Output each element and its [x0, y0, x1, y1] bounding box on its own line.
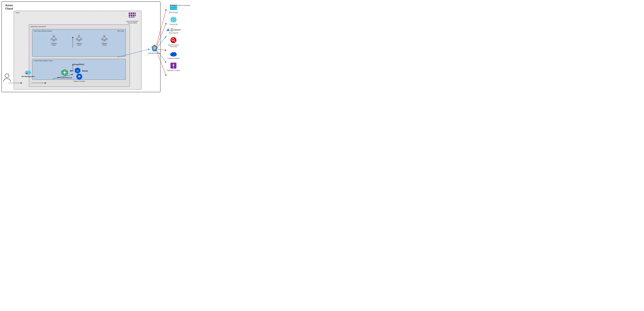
azure-ai-search-item: Azure AI Search Vectorstore	[166, 37, 180, 48]
svg-point-45	[26, 73, 28, 74]
svg-rect-6	[133, 15, 134, 16]
svg-rect-76	[172, 53, 174, 54]
svg-point-21	[76, 39, 78, 40]
openai-icon	[170, 28, 174, 32]
main-container: Azure Cloud VNET	[0, 0, 193, 94]
azure-ai-search-icon	[170, 37, 177, 44]
svg-rect-2	[133, 13, 134, 14]
graphrag-title: GraphRAG	[74, 63, 84, 66]
svg-rect-74	[172, 52, 173, 53]
graph-icon-2	[75, 35, 83, 42]
api-mgmt-section: API Management	[22, 69, 35, 77]
ingress-icon: ⇄	[76, 73, 83, 80]
svg-line-24	[77, 37, 79, 39]
managed-id-icon: ★	[151, 44, 158, 52]
managed-id-label: Managed Identities	[148, 52, 161, 54]
svg-line-18	[54, 40, 56, 40]
svg-line-25	[79, 37, 81, 39]
azure-openai-label: Azure OpenAI	[169, 32, 178, 34]
graphrag-label: graphrag namespace	[30, 26, 46, 27]
svg-rect-7	[135, 15, 136, 16]
svg-rect-1	[131, 13, 132, 14]
svg-point-47	[64, 72, 66, 74]
azure-ai-search-label: Azure AI Search Vectorstore	[168, 44, 179, 48]
indexing-job-1-label: Indexing Job(s)	[51, 43, 57, 46]
svg-rect-10	[133, 17, 134, 18]
svg-point-13	[55, 39, 57, 40]
svg-line-17	[52, 40, 54, 40]
svg-line-34	[104, 37, 106, 39]
right-services: Blob Storage Cosmos DB A	[166, 5, 180, 71]
svg-point-32	[104, 40, 105, 41]
legend: Private connection	[170, 5, 190, 6]
cosmos-db-item: Cosmos DB	[166, 16, 180, 25]
svg-line-36	[104, 40, 106, 40]
azure-icon: A	[166, 28, 170, 32]
indexing-job-2-label: Indexing Job(s)	[76, 43, 82, 46]
svg-point-52	[5, 74, 9, 78]
blob-storage-label: Blob Storage	[169, 12, 178, 13]
managed-identities-section: ★ Managed Identities	[148, 44, 161, 54]
svg-rect-57	[170, 7, 177, 8]
cosmos-db-icon	[170, 16, 177, 23]
svg-point-31	[106, 39, 107, 40]
api-mgmt-icon	[24, 69, 32, 75]
aks-icon	[128, 12, 136, 20]
api-mgmt-label: API Management	[22, 76, 35, 77]
svg-point-23	[78, 40, 80, 41]
svg-point-64	[173, 19, 174, 20]
svg-line-16	[54, 37, 56, 39]
svg-text:⇄: ⇄	[78, 75, 80, 78]
aks-section: Azure Kubernetes Service (AKS)	[126, 12, 138, 24]
svg-rect-8	[129, 17, 130, 18]
svg-line-27	[79, 40, 81, 40]
graphrag-box: graphrag namespace Data Plane (Worker No…	[29, 24, 130, 87]
indexing-job-2: Indexing Job(s)	[75, 35, 83, 46]
server-text: Server	[82, 70, 88, 72]
indexing-job-3: Indexing Job(s)	[100, 35, 108, 46]
ingress-section: ⇄ Ingress Controller	[74, 73, 85, 82]
aks-lb-label: AKS Load Balancer	[57, 77, 72, 79]
svg-point-68	[170, 37, 176, 43]
azure-cloud-label: Azure Cloud	[5, 4, 13, 10]
svg-rect-3	[135, 13, 136, 14]
svg-point-12	[51, 39, 52, 40]
cosmos-db-label: Cosmos DB	[170, 24, 178, 25]
indexing-job-1: Indexing Job(s)	[50, 35, 58, 46]
aks-label: Azure Kubernetes Service (AKS)	[126, 21, 138, 24]
vnet-box: VNET Azure Kubernetes Service	[14, 11, 142, 90]
svg-marker-82	[174, 5, 176, 6]
svg-rect-5	[131, 15, 132, 16]
svg-rect-75	[174, 52, 175, 53]
svg-point-44	[27, 71, 31, 74]
svg-point-30	[101, 39, 103, 40]
control-plane-label: Control Plane (Master Node)	[34, 60, 52, 62]
svg-rect-58	[170, 8, 177, 10]
application-insights-icon	[170, 62, 177, 69]
azure-cloud-box: Azure Cloud VNET	[2, 2, 160, 92]
svg-point-29	[104, 35, 105, 37]
ingress-label: Ingress Controller	[74, 81, 85, 82]
svg-line-26	[77, 40, 79, 40]
svg-point-22	[80, 39, 82, 40]
aks-lb-section: AKS Load Balancer	[57, 69, 72, 79]
svg-text:A: A	[168, 30, 169, 31]
data-plane-label: Data Plane (Worker Nodes)	[34, 30, 52, 32]
svg-rect-4	[129, 15, 130, 16]
application-insights-label: Application Insights	[167, 70, 180, 71]
svg-line-33	[102, 37, 104, 39]
svg-point-20	[78, 35, 80, 37]
private-connection-label: Private connection	[177, 5, 190, 6]
svg-text:api: api	[76, 70, 78, 72]
svg-rect-9	[131, 17, 132, 18]
indexing-jobs-row: Indexing Job(s)	[41, 35, 117, 46]
indexing-job-3-label: Indexing Job(s)	[102, 43, 107, 46]
graph-icon-3	[100, 35, 108, 42]
svg-point-14	[53, 40, 54, 41]
svg-point-11	[53, 35, 54, 37]
container-registry-label: Container Registry	[167, 58, 180, 59]
aks-jobs-label: AKS Jobs	[118, 30, 124, 32]
aks-lb-icon	[61, 69, 68, 76]
svg-line-15	[52, 37, 54, 39]
azure-openai-item: A OpenAI Azure OpenAI	[166, 28, 180, 34]
